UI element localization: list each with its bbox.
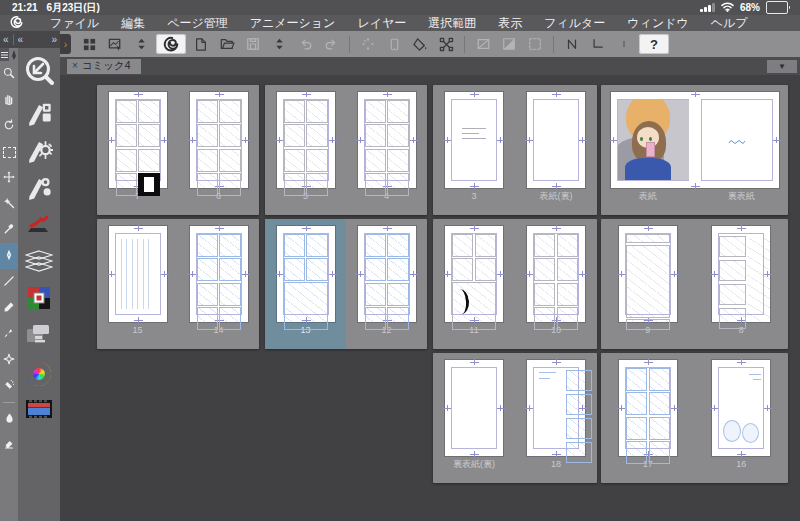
eraser-icon — [3, 436, 15, 454]
page-cell-裏表紙(裏)[interactable]: 裏表紙(裏) — [433, 353, 515, 483]
document-tab[interactable]: × コミック4 — [67, 59, 141, 74]
page-cell-5[interactable]: 5 — [265, 85, 346, 215]
frame-border-button[interactable] — [472, 34, 494, 54]
fill-tool-button[interactable] — [409, 34, 431, 54]
menu-item-ヘルプ[interactable]: ヘルプ — [700, 15, 759, 32]
page-cell-7[interactable]: 7 — [97, 85, 178, 215]
save-file-button[interactable] — [242, 34, 264, 54]
new-page-button[interactable] — [190, 34, 212, 54]
tab-overflow-button[interactable]: ▼ — [767, 60, 797, 73]
clip-studio-logo-icon[interactable] — [9, 15, 25, 31]
page-thumbnail — [445, 226, 503, 322]
timeline[interactable] — [18, 392, 60, 429]
wand-tool[interactable] — [0, 191, 18, 217]
select-area-button[interactable] — [524, 34, 546, 54]
close-tab-icon[interactable]: × — [72, 61, 78, 71]
brush-tool[interactable] — [0, 321, 18, 347]
palette-header: « « » — [0, 31, 60, 48]
collapse-tools-icon[interactable]: « — [0, 34, 12, 45]
menu-item-表示[interactable]: 表示 — [487, 15, 533, 32]
pen-subtool-opacity[interactable] — [18, 170, 60, 207]
page-cell-12[interactable]: 12 — [346, 219, 427, 349]
menu-item-ページ管理[interactable]: ページ管理 — [156, 15, 239, 32]
open-file-icon — [219, 37, 235, 51]
pen-tool[interactable] — [0, 243, 18, 269]
marquee-tool[interactable] — [0, 139, 18, 165]
stroke-check[interactable] — [18, 207, 60, 244]
rotate-tool[interactable] — [0, 113, 18, 139]
page-cell-10[interactable]: 10 — [515, 219, 597, 349]
page-cell-9[interactable]: 9 — [601, 219, 695, 349]
expand-palette-icon[interactable]: » — [48, 34, 60, 45]
tool-list-tab[interactable] — [0, 48, 9, 61]
page-label: 3 — [471, 192, 476, 201]
menu-item-フィルター[interactable]: フィルター — [533, 15, 616, 32]
page-cell-16[interactable]: 16 — [695, 353, 789, 483]
decoration-tool[interactable] — [0, 347, 18, 373]
page-manager-view-button[interactable] — [78, 34, 100, 54]
menu-item-ウィンドウ[interactable]: ウィンドウ — [616, 15, 699, 32]
open-file-button[interactable] — [216, 34, 238, 54]
corner-line-button[interactable] — [587, 34, 609, 54]
page-spread: 76 — [97, 85, 259, 215]
page-manager-view-icon — [82, 37, 97, 52]
page-cell-11[interactable]: 11 — [433, 219, 515, 349]
page-spread: 1716 — [601, 353, 788, 483]
page-cell-6[interactable]: 6 — [178, 85, 259, 215]
menu-item-アニメーション[interactable]: アニメーション — [239, 15, 347, 32]
page-cell-18[interactable]: 18 — [515, 353, 597, 483]
change-order-button[interactable] — [268, 34, 290, 54]
clip-studio-home-button[interactable] — [156, 34, 186, 54]
polyline-button[interactable] — [561, 34, 583, 54]
move-tool[interactable] — [0, 165, 18, 191]
refresh-button[interactable] — [357, 34, 379, 54]
zoom-tool[interactable] — [0, 61, 18, 87]
blend-tool[interactable] — [0, 406, 18, 432]
sort-pages-button[interactable] — [130, 34, 152, 54]
menu-item-レイヤー[interactable]: レイヤー — [346, 15, 417, 32]
hand-tool[interactable] — [0, 87, 18, 113]
clock: 21:21 — [12, 2, 38, 13]
main-toolbar: › ? — [60, 31, 800, 58]
page-cell-17[interactable]: 17 — [601, 353, 695, 483]
colorgrid-icon — [27, 286, 51, 314]
menu-item-選択範囲[interactable]: 選択範囲 — [417, 15, 487, 32]
pen-subtool-settings[interactable] — [18, 133, 60, 170]
new-page-icon — [194, 37, 208, 52]
eyedropper-tool[interactable] — [0, 217, 18, 243]
help-button[interactable]: ? — [639, 34, 669, 54]
page-cell-表紙(裏)[interactable]: 表紙(裏) — [515, 85, 597, 215]
menu-item-ファイル[interactable]: ファイル — [39, 15, 110, 32]
color-wheel[interactable] — [18, 355, 60, 392]
tone-button[interactable] — [498, 34, 520, 54]
export-image-button[interactable] — [104, 34, 126, 54]
airbrush-tool[interactable] — [0, 373, 18, 399]
transform-button[interactable] — [435, 34, 457, 54]
page-cell-cover[interactable]: 表紙裏表紙 — [601, 85, 788, 215]
undo-button[interactable] — [294, 34, 316, 54]
color-set[interactable] — [18, 281, 60, 318]
page-cell-4[interactable]: 4 — [346, 85, 427, 215]
straight-line-button[interactable] — [613, 34, 635, 54]
pencil-tool[interactable] — [0, 295, 18, 321]
pen-subtool-sizes[interactable] — [18, 96, 60, 133]
zoom-subtool[interactable] — [18, 48, 60, 96]
line-tool[interactable] — [0, 269, 18, 295]
page-cell-13[interactable]: 13 — [265, 219, 346, 349]
page-cell-8[interactable]: 8 — [695, 219, 789, 349]
menu-item-編集[interactable]: 編集 — [110, 15, 156, 32]
tool-pen-tab[interactable] — [9, 48, 18, 61]
redo-button[interactable] — [320, 34, 342, 54]
page-spread: 裏表紙(裏)18 — [433, 353, 597, 483]
device-sync-button[interactable] — [383, 34, 405, 54]
page-cell-14[interactable]: 14 — [178, 219, 259, 349]
pendots-icon — [25, 174, 53, 204]
layer-pair[interactable] — [18, 318, 60, 355]
page-cell-3[interactable]: 3 — [433, 85, 515, 215]
page-thumbnail — [109, 92, 167, 188]
sidebar-expand-icon[interactable]: › — [60, 34, 71, 54]
collapse-subtools-icon[interactable]: « — [15, 34, 27, 45]
page-cell-15[interactable]: 15 — [97, 219, 178, 349]
eraser-tool[interactable] — [0, 432, 18, 458]
layer-fan[interactable] — [18, 244, 60, 281]
